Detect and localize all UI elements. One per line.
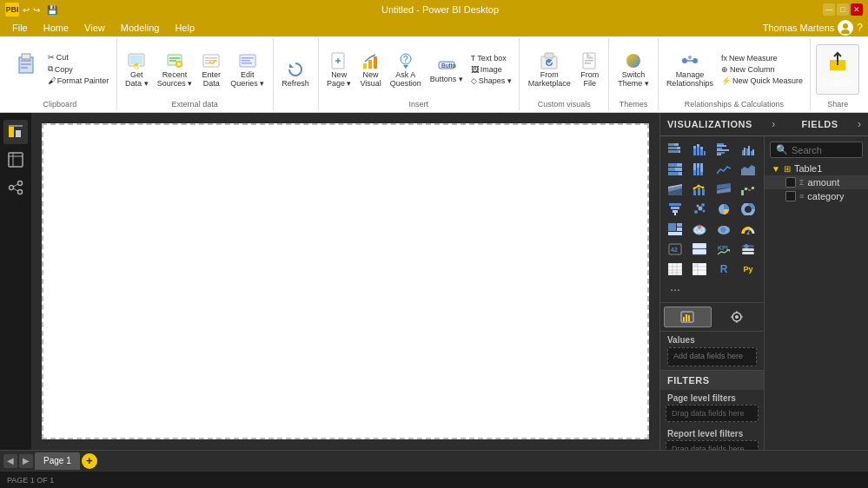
menu-modeling[interactable]: Modeling: [114, 21, 167, 35]
viz-r[interactable]: R: [712, 260, 735, 279]
field-amount-item[interactable]: Σ amount: [765, 175, 868, 189]
viz-matrix[interactable]: [688, 260, 711, 279]
minimize-button[interactable]: —: [823, 3, 835, 16]
viz-table[interactable]: [664, 260, 686, 279]
page-next-button[interactable]: ▶: [19, 454, 33, 468]
viz-kpi[interactable]: KPI: [712, 240, 735, 259]
publish-button[interactable]: Publish: [816, 44, 859, 95]
edit-queries-button[interactable]: EditQueries ▾: [227, 49, 268, 90]
new-page-button[interactable]: NewPage ▾: [323, 49, 355, 90]
undo-button[interactable]: ↩: [23, 5, 30, 15]
menu-view[interactable]: View: [77, 21, 112, 35]
close-button[interactable]: ✕: [851, 3, 863, 16]
add-page-button[interactable]: +: [82, 453, 97, 469]
cut-button[interactable]: ✂ Cut: [45, 52, 112, 63]
ribbon-group-relationships: ManageRelationships fx New Measure ⊕ New…: [659, 38, 812, 110]
enter-data-button[interactable]: EnterData: [197, 49, 225, 90]
table1-item[interactable]: ▼ ⊞ Table1: [765, 162, 868, 175]
fields-chevron[interactable]: ›: [858, 118, 861, 130]
search-input[interactable]: [792, 145, 868, 155]
viz-stacked-area[interactable]: [664, 180, 686, 199]
page-tabs-bar: ◀ ▶ Page 1 +: [0, 450, 868, 471]
viz-more[interactable]: ···: [664, 280, 686, 299]
viz-multi-row-card[interactable]: [688, 240, 711, 259]
image-button[interactable]: 🖼 Image: [468, 64, 514, 75]
viz-stacked-bar[interactable]: [664, 140, 686, 159]
menu-file[interactable]: File: [5, 21, 35, 35]
page-prev-button[interactable]: ◀: [3, 454, 17, 468]
field-amount-icon: Σ: [799, 178, 805, 187]
report-view-icon[interactable]: [3, 120, 28, 144]
viz-donut[interactable]: [737, 200, 759, 219]
buttons-button[interactable]: Button Buttons ▾: [427, 53, 467, 86]
viz-100-stacked-bar[interactable]: [664, 160, 686, 179]
field-category-item[interactable]: ≡ category: [765, 189, 868, 203]
ask-a-question-button[interactable]: ? Ask AQuestion: [387, 49, 425, 90]
from-marketplace-button[interactable]: FromMarketplace: [525, 49, 574, 90]
manage-relationships-button[interactable]: ManageRelationships: [663, 49, 717, 90]
viz-fields-tab[interactable]: [664, 307, 712, 327]
report-drop-zone[interactable]: Drag data fields here: [666, 440, 759, 450]
from-file-button[interactable]: FromFile: [576, 49, 604, 90]
viz-gauge[interactable]: [737, 220, 759, 239]
copy-button[interactable]: ⧉ Copy: [45, 63, 112, 75]
visualizations-chevron[interactable]: ›: [772, 118, 775, 130]
get-data-button[interactable]: GetData ▾: [122, 49, 152, 90]
new-measure-button[interactable]: fx New Measure: [719, 53, 805, 63]
viz-map[interactable]: [688, 220, 711, 239]
viz-line-col[interactable]: [688, 180, 711, 199]
viz-format-tab[interactable]: [713, 307, 761, 327]
shapes-label: Shapes ▾: [479, 76, 512, 85]
viz-card[interactable]: 42: [664, 240, 686, 259]
table1-toggle[interactable]: ▼: [772, 164, 780, 174]
viz-clustered-bar[interactable]: [712, 140, 735, 159]
recent-sources-button[interactable]: RecentSources ▾: [154, 49, 196, 90]
field-amount-checkbox[interactable]: [785, 177, 796, 188]
help-icon[interactable]: ?: [857, 22, 863, 34]
model-view-icon[interactable]: [3, 175, 28, 200]
viz-100-stacked-col[interactable]: [688, 160, 711, 179]
viz-ribbon[interactable]: [712, 180, 735, 199]
menu-home[interactable]: Home: [36, 21, 76, 35]
text-box-button[interactable]: T Text box: [468, 53, 514, 63]
menu-help[interactable]: Help: [168, 21, 202, 35]
page-1-tab[interactable]: Page 1: [35, 452, 80, 470]
svg-rect-111: [673, 210, 678, 213]
clipboard-small-group: ✂ Cut ⧉ Copy 🖌 Format Painter: [45, 52, 112, 86]
format-painter-button[interactable]: 🖌 Format Painter: [45, 76, 112, 86]
svg-text:Button: Button: [441, 63, 456, 69]
new-quick-measure-button[interactable]: ⚡ New Quick Measure: [719, 76, 805, 86]
viz-clustered-col[interactable]: [737, 140, 759, 159]
new-visual-button[interactable]: NewVisual: [356, 49, 384, 90]
refresh-button[interactable]: Refresh: [278, 57, 313, 90]
paste-button[interactable]: Paste: [9, 44, 43, 95]
svg-rect-44: [9, 125, 23, 127]
viz-filled-map[interactable]: [712, 220, 735, 239]
viz-scatter[interactable]: [688, 200, 711, 219]
viz-pie[interactable]: [712, 200, 735, 219]
data-view-icon[interactable]: [3, 148, 28, 172]
viz-stacked-col[interactable]: [688, 140, 711, 159]
switch-theme-button[interactable]: SwitchTheme ▾: [614, 49, 653, 90]
maximize-button[interactable]: □: [837, 3, 849, 16]
viz-area[interactable]: [737, 160, 759, 179]
redo-button[interactable]: ↪: [33, 5, 40, 15]
new-column-button[interactable]: ⊕ New Column: [719, 64, 805, 75]
page-status: PAGE 1 OF 1: [7, 476, 54, 485]
viz-treemap[interactable]: [664, 220, 686, 239]
user-avatar[interactable]: [838, 20, 853, 36]
viz-line[interactable]: [712, 160, 735, 179]
svg-rect-57: [668, 143, 674, 146]
svg-rect-121: [677, 223, 682, 227]
quick-access-save[interactable]: 💾: [47, 5, 57, 15]
viz-funnel[interactable]: [664, 200, 686, 219]
values-drop-zone[interactable]: Add data fields here: [667, 347, 757, 366]
shapes-button[interactable]: ◇ Shapes ▾: [468, 76, 514, 86]
viz-python[interactable]: Py: [737, 260, 759, 279]
viz-waterfall[interactable]: [737, 180, 759, 199]
switch-theme-label: SwitchTheme ▾: [618, 71, 649, 89]
canvas-area[interactable]: [31, 113, 659, 450]
field-category-checkbox[interactable]: [785, 191, 796, 201]
page-drop-zone[interactable]: Drag data fields here: [666, 405, 759, 422]
viz-slicer[interactable]: [737, 240, 759, 259]
